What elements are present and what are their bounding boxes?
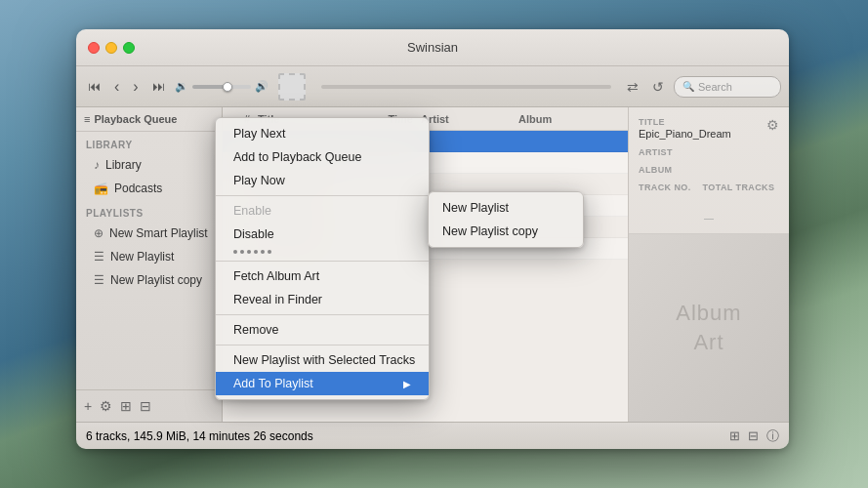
dot-4 xyxy=(254,250,258,254)
sidebar-item-new-playlist-label: New Playlist xyxy=(110,250,174,264)
shuffle-button[interactable]: ⇄ xyxy=(623,77,642,97)
equalizer-icon[interactable]: ⊟ xyxy=(748,428,759,443)
metadata-gear-icon[interactable]: ⚙ xyxy=(766,117,779,133)
status-text: 6 tracks, 145.9 MiB, 14 minutes 26 secon… xyxy=(86,429,313,443)
artist-meta-row: Artist xyxy=(639,147,779,157)
submenu-new-playlist-copy[interactable]: New Playlist copy xyxy=(429,220,583,243)
view-columns-status-icon[interactable]: ⊞ xyxy=(729,428,740,443)
album-art-line2: Art xyxy=(693,330,723,355)
ctx-reveal-in-finder[interactable]: Reveal in Finder xyxy=(216,288,429,311)
ctx-add-to-queue[interactable]: Add to Playback Queue xyxy=(216,145,429,169)
album-meta-row: Album xyxy=(639,165,779,175)
sidebar-queue-header[interactable]: ≡ Playback Queue xyxy=(76,107,222,132)
sidebar-item-podcasts-label: Podcasts xyxy=(114,182,162,195)
minimize-button[interactable] xyxy=(105,42,117,54)
dot-6 xyxy=(268,250,271,254)
library-section-label: LIBRARY xyxy=(76,132,222,153)
search-box[interactable]: 🔍 Search xyxy=(674,76,781,98)
ctx-disable[interactable]: Disable xyxy=(216,223,429,246)
volume-slider[interactable] xyxy=(192,85,251,89)
ctx-play-next[interactable]: Play Next xyxy=(216,122,429,145)
col-header-album: Album xyxy=(511,113,620,125)
album-meta-label: Album xyxy=(639,165,779,175)
sidebar-bottom: + ⚙ ⊞ ⊟ xyxy=(76,389,222,422)
queue-icon: ≡ xyxy=(84,113,90,125)
playlist-icon: ☰ xyxy=(94,250,104,264)
ctx-add-to-playlist-label: Add To Playlist xyxy=(233,377,313,390)
ctx-sep-4 xyxy=(216,345,429,346)
ctx-sep-1 xyxy=(216,195,429,196)
ctx-remove[interactable]: Remove xyxy=(216,318,429,342)
playlists-section-label: PLAYLISTS xyxy=(76,200,222,222)
sidebar-item-new-playlist-copy-label: New Playlist copy xyxy=(110,273,202,287)
skip-forward-button[interactable]: › xyxy=(129,76,142,98)
sidebar-item-podcasts[interactable]: 📻 Podcasts xyxy=(80,178,218,199)
skip-back-button[interactable]: ‹ xyxy=(110,76,123,98)
track-no-row: Track No. xyxy=(639,183,691,193)
close-button[interactable] xyxy=(88,42,100,54)
ctx-play-now[interactable]: Play Now xyxy=(216,169,429,192)
sidebar-item-new-playlist-copy[interactable]: ☰ New Playlist copy xyxy=(80,269,218,291)
playlist-copy-icon: ☰ xyxy=(94,273,104,287)
search-input[interactable]: Search xyxy=(698,81,732,93)
context-menu: Play Next Add to Playback Queue Play Now… xyxy=(215,117,430,400)
view-list-icon[interactable]: ⊟ xyxy=(140,398,151,414)
submenu: New Playlist New Playlist copy xyxy=(428,191,584,248)
ctx-dots xyxy=(216,246,429,258)
album-art-line1: Album xyxy=(676,301,741,326)
title-meta-label: Title xyxy=(639,117,779,127)
library-icon: ♪ xyxy=(94,158,100,172)
volume-max-icon: 🔊 xyxy=(255,80,269,93)
podcasts-icon: 📻 xyxy=(94,182,108,195)
ctx-enable: Enable xyxy=(216,199,429,223)
status-icons: ⊞ ⊟ ⓘ xyxy=(729,427,779,445)
sidebar-item-new-smart-playlist-label: New Smart Playlist xyxy=(109,226,208,240)
info-icon[interactable]: ⓘ xyxy=(766,427,779,445)
volume-control: 🔉 🔊 xyxy=(175,80,269,93)
progress-bar[interactable] xyxy=(321,85,611,89)
search-icon: 🔍 xyxy=(682,81,694,92)
main-content: ≡ Playback Queue LIBRARY ♪ Library 📻 Pod… xyxy=(76,107,789,422)
smart-playlist-icon: ⊕ xyxy=(94,226,103,240)
right-panel: ⚙ Title Epic_Piano_Dream Artist Album Tr… xyxy=(628,107,789,422)
settings-icon[interactable]: ⚙ xyxy=(100,398,112,414)
sidebar-item-library-label: Library xyxy=(105,158,142,172)
status-bar: 6 tracks, 145.9 MiB, 14 minutes 26 secon… xyxy=(76,422,789,449)
sidebar-queue-label: Playback Queue xyxy=(94,113,177,125)
submenu-arrow-icon: ▶ xyxy=(403,379,411,389)
ctx-fetch-album-art[interactable]: Fetch Album Art xyxy=(216,264,429,288)
skip-forward-double-button[interactable]: ⏭ xyxy=(148,77,169,96)
track-no-label: Track No. xyxy=(639,183,691,192)
sidebar-item-new-smart-playlist[interactable]: ⊕ New Smart Playlist xyxy=(80,223,218,244)
sidebar-item-library[interactable]: ♪ Library xyxy=(80,154,218,176)
metadata-panel: ⚙ Title Epic_Piano_Dream Artist Album Tr… xyxy=(629,107,789,234)
artist-meta-label: Artist xyxy=(639,147,779,157)
now-playing-art xyxy=(278,73,306,101)
sidebar: ≡ Playback Queue LIBRARY ♪ Library 📻 Pod… xyxy=(76,107,223,422)
dot-5 xyxy=(261,250,265,254)
album-art-large: Album Art xyxy=(629,234,789,422)
maximize-button[interactable] xyxy=(123,42,135,54)
submenu-new-playlist[interactable]: New Playlist xyxy=(429,196,583,220)
skip-back-double-button[interactable]: ⏮ xyxy=(84,77,104,96)
sidebar-item-new-playlist[interactable]: ☰ New Playlist xyxy=(80,246,218,267)
ctx-new-playlist-selected[interactable]: New Playlist with Selected Tracks xyxy=(216,348,429,372)
view-columns-icon[interactable]: ⊞ xyxy=(120,398,132,414)
ctx-add-to-playlist[interactable]: Add To Playlist ▶ xyxy=(216,372,429,395)
titlebar: Swinsian xyxy=(76,29,789,66)
repeat-button[interactable]: ↺ xyxy=(648,77,668,97)
window-title: Swinsian xyxy=(407,40,458,55)
track-info-row: Track No. Total Tracks xyxy=(639,183,779,201)
dot-2 xyxy=(240,250,244,254)
title-meta-row: Title Epic_Piano_Dream xyxy=(639,117,779,140)
total-tracks-label: Total Tracks xyxy=(703,183,775,192)
ctx-sep-2 xyxy=(216,261,429,262)
ctx-sep-3 xyxy=(216,314,429,315)
volume-icon: 🔉 xyxy=(175,80,188,93)
traffic-lights xyxy=(88,42,135,54)
dot-1 xyxy=(233,250,237,254)
add-playlist-icon[interactable]: + xyxy=(84,398,92,414)
total-tracks-row: Total Tracks xyxy=(703,183,775,193)
dot-3 xyxy=(247,250,251,254)
volume-thumb xyxy=(223,82,232,92)
